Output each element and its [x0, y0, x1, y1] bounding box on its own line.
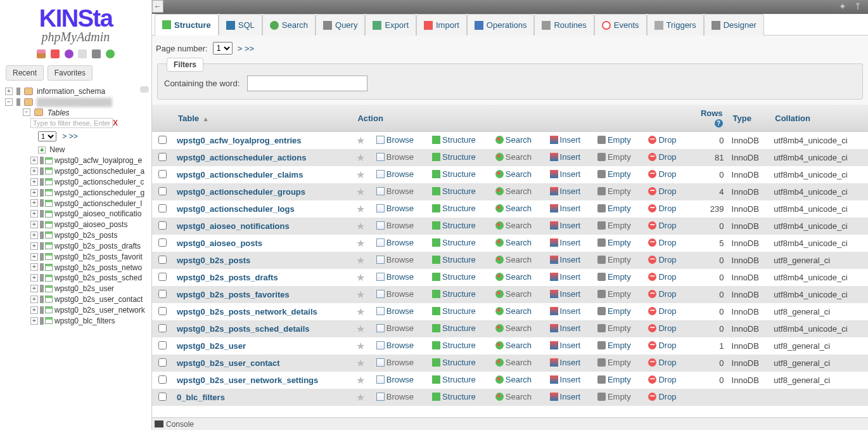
expand-icon[interactable]: +: [30, 199, 38, 207]
favorite-icon[interactable]: ★: [356, 306, 365, 317]
drop-action[interactable]: Drop: [648, 289, 676, 299]
tab-export[interactable]: Export: [365, 14, 416, 36]
structure-action[interactable]: Structure: [432, 152, 476, 162]
search-action[interactable]: Search: [495, 186, 532, 196]
console-bar[interactable]: Console: [152, 417, 868, 430]
empty-action[interactable]: Empty: [597, 204, 631, 213]
tree-table-item[interactable]: +wpstg0_aioseo_notificatio: [0, 208, 151, 219]
table-name-link[interactable]: wpstg0_b2s_posts: [177, 256, 250, 265]
row-checkbox[interactable]: [158, 221, 167, 230]
structure-action[interactable]: Structure: [432, 341, 476, 350]
structure-action[interactable]: Structure: [432, 392, 476, 401]
tab-routines[interactable]: Routines: [534, 14, 594, 36]
row-checkbox[interactable]: [158, 204, 167, 212]
row-checkbox[interactable]: [158, 256, 167, 264]
collapse-top-icon[interactable]: ⤒: [853, 1, 863, 11]
row-checkbox[interactable]: [158, 153, 167, 161]
insert-action[interactable]: Insert: [550, 204, 581, 213]
empty-action[interactable]: Empty: [597, 358, 631, 367]
tree-filter-input[interactable]: [30, 118, 113, 128]
expand-icon[interactable]: +: [30, 274, 38, 282]
search-action[interactable]: Search: [495, 323, 532, 333]
row-checkbox[interactable]: [158, 341, 167, 349]
tree-table-item[interactable]: +wpstg0_actionscheduler_g: [0, 187, 151, 198]
tab-events[interactable]: Events: [594, 14, 647, 36]
browse-action[interactable]: Browse: [376, 169, 414, 179]
structure-action[interactable]: Structure: [432, 375, 476, 384]
browse-action[interactable]: Browse: [376, 306, 414, 316]
row-checkbox[interactable]: [158, 290, 167, 298]
tree-table-item[interactable]: +wpstg0_actionscheduler_a: [0, 166, 151, 176]
tree-pager-select[interactable]: 1: [38, 131, 56, 141]
search-action[interactable]: Search: [495, 375, 532, 384]
table-name-link[interactable]: wpstg0_b2s_posts_drafts: [177, 273, 278, 282]
browse-action[interactable]: Browse: [376, 392, 414, 401]
favorite-icon[interactable]: ★: [356, 186, 365, 197]
expand-icon[interactable]: +: [30, 263, 38, 271]
expand-icon[interactable]: +: [30, 210, 38, 218]
nav-settings-icon[interactable]: [78, 49, 87, 58]
empty-action[interactable]: Empty: [597, 221, 631, 230]
tab-import[interactable]: Import: [416, 14, 467, 36]
insert-action[interactable]: Insert: [550, 341, 581, 350]
search-action[interactable]: Search: [495, 152, 532, 162]
search-action[interactable]: Search: [495, 135, 532, 145]
favorite-icon[interactable]: ★: [356, 341, 365, 351]
favorite-icon[interactable]: ★: [356, 392, 365, 403]
expand-icon[interactable]: +: [30, 157, 38, 164]
insert-action[interactable]: Insert: [550, 289, 581, 299]
structure-action[interactable]: Structure: [432, 169, 476, 179]
table-name-link[interactable]: wpstg0_acfw_loyalprog_entries: [177, 136, 302, 145]
row-checkbox[interactable]: [158, 375, 167, 384]
drop-action[interactable]: Drop: [648, 169, 676, 179]
insert-action[interactable]: Insert: [550, 323, 581, 333]
browse-action[interactable]: Browse: [376, 289, 414, 299]
table-name-link[interactable]: wpstg0_actionscheduler_groups: [177, 187, 305, 197]
insert-action[interactable]: Insert: [550, 186, 581, 196]
row-checkbox[interactable]: [158, 273, 167, 281]
search-action[interactable]: Search: [495, 169, 532, 179]
rows-help-icon[interactable]: ?: [715, 119, 723, 127]
empty-action[interactable]: Empty: [597, 255, 631, 264]
favorite-icon[interactable]: ★: [356, 204, 365, 214]
recent-button[interactable]: Recent: [6, 65, 44, 81]
expand-icon[interactable]: +: [30, 189, 38, 197]
table-name-link[interactable]: wpstg0_actionscheduler_claims: [177, 170, 303, 179]
insert-action[interactable]: Insert: [550, 221, 581, 230]
tab-sql[interactable]: SQL: [219, 14, 262, 36]
empty-action[interactable]: Empty: [597, 323, 631, 333]
search-action[interactable]: Search: [495, 238, 532, 247]
favorite-icon[interactable]: ★: [356, 135, 365, 146]
structure-action[interactable]: Structure: [432, 186, 476, 196]
expand-icon[interactable]: +: [30, 178, 38, 186]
page-settings-icon[interactable]: ✦: [838, 1, 848, 11]
col-type[interactable]: Type: [728, 105, 770, 132]
browse-action[interactable]: Browse: [376, 238, 414, 247]
expand-icon[interactable]: +: [30, 221, 38, 228]
page-number-select[interactable]: 1: [213, 42, 233, 55]
search-action[interactable]: Search: [495, 255, 532, 264]
drop-action[interactable]: Drop: [648, 392, 676, 401]
drop-action[interactable]: Drop: [648, 186, 676, 196]
expand-icon[interactable]: +: [5, 88, 13, 95]
tree-pager-arrows[interactable]: > >>: [62, 132, 77, 141]
col-rows[interactable]: Rows?: [689, 105, 728, 132]
expand-icon[interactable]: +: [30, 231, 38, 239]
search-action[interactable]: Search: [495, 289, 532, 299]
favorite-icon[interactable]: ★: [356, 238, 365, 249]
insert-action[interactable]: Insert: [550, 152, 581, 162]
expand-icon[interactable]: +: [30, 242, 38, 250]
browse-action[interactable]: Browse: [376, 221, 414, 230]
empty-action[interactable]: Empty: [597, 238, 631, 247]
table-name-link[interactable]: wpstg0_b2s_user_network_settings: [177, 375, 318, 385]
structure-action[interactable]: Structure: [432, 204, 476, 213]
expand-icon[interactable]: +: [30, 253, 38, 261]
table-name-link[interactable]: 0_blc_filters: [177, 393, 225, 402]
tab-designer[interactable]: Designer: [704, 14, 764, 36]
table-name-link[interactable]: wpstg0_actionscheduler_actions: [177, 153, 306, 162]
structure-action[interactable]: Structure: [432, 255, 476, 264]
row-checkbox[interactable]: [158, 170, 167, 178]
empty-action[interactable]: Empty: [597, 272, 631, 282]
row-checkbox[interactable]: [158, 324, 167, 332]
tree-table-item[interactable]: +wpstg0_b2s_posts_favorit: [0, 251, 151, 262]
